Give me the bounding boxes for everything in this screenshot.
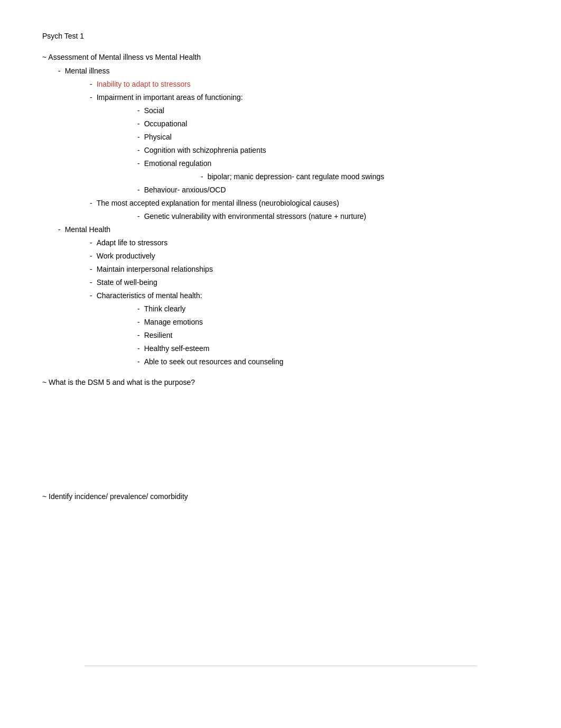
emotional-subitems: - bipolar; manic depression- cant regula… (201, 171, 519, 182)
interpersonal-item: - Maintain interpersonal relationships (90, 264, 519, 275)
inability-item: - Inability to adapt to stressors (90, 79, 519, 90)
section-header-assessment: ~ Assessment of Mental illness vs Mental… (42, 53, 519, 61)
think-item: - Think clearly (137, 303, 519, 315)
section-dsm: ~ What is the DSM 5 and what is the purp… (42, 378, 519, 386)
dash-icon: - (90, 277, 92, 288)
dash-icon: - (90, 264, 92, 275)
self-esteem-item: - Healthy self-esteem (137, 343, 519, 354)
inability-text: Inability to adapt to stressors (97, 79, 191, 90)
manage-emotions-item: - Manage emotions (137, 317, 519, 328)
page-title: Psych Test 1 (42, 32, 519, 40)
dash-icon: - (137, 118, 140, 130)
mental-health-items: - Adapt life to stressors - Work product… (90, 237, 519, 367)
page-wrapper: Psych Test 1 ~ Assessment of Mental illn… (42, 32, 519, 698)
adapt-item: - Adapt life to stressors (90, 237, 519, 248)
wellbeing-item: - State of well-being (90, 277, 519, 288)
dash-icon: - (137, 343, 140, 354)
dash-icon: - (137, 185, 140, 196)
mental-health-label: - Mental Health (58, 224, 519, 235)
section-header-incidence: ~ Identify incidence/ prevalence/ comorb… (42, 492, 519, 501)
dash-icon: - (201, 171, 203, 182)
dash-icon: - (137, 132, 140, 143)
dash-icon: - (58, 66, 61, 77)
work-item: - Work productively (90, 251, 519, 262)
explanation-subitems: - Genetic vulnerability with environment… (137, 211, 519, 222)
dash-icon: - (90, 290, 92, 301)
mental-health-group: - Mental Health - Adapt life to stressor… (58, 224, 519, 367)
dash-icon: - (137, 330, 140, 341)
dash-icon: - (58, 224, 61, 235)
page-divider (85, 666, 476, 666)
dash-icon: - (90, 237, 92, 248)
bipolar-item: - bipolar; manic depression- cant regula… (201, 171, 519, 182)
emotional-item: - Emotional regulation (137, 158, 519, 169)
cognition-item: - Cognition with schizophrenia patients (137, 145, 519, 156)
resilient-item: - Resilient (137, 330, 519, 341)
impairment-item: - Impairment in important areas of funct… (90, 92, 519, 196)
impairment-subitems: - Social - Occupational - Physical - Cog… (137, 105, 519, 196)
dash-icon: - (90, 251, 92, 262)
seek-resources-item: - Able to seek out resources and counsel… (137, 356, 519, 367)
behaviour-item: - Behaviour- anxious/OCD (137, 185, 519, 196)
genetic-item: - Genetic vulnerability with environment… (137, 211, 519, 222)
dash-icon: - (137, 105, 140, 116)
dash-icon: - (137, 145, 140, 156)
section-assessment: ~ Assessment of Mental illness vs Mental… (42, 53, 519, 367)
characteristics-subitems: - Think clearly - Manage emotions - Resi… (137, 303, 519, 367)
dash-icon: - (137, 303, 140, 315)
dash-icon: - (137, 317, 140, 328)
mental-illness-group: - Mental illness - Inability to adapt to… (58, 66, 519, 222)
physical-item: - Physical (137, 132, 519, 143)
section-incidence: ~ Identify incidence/ prevalence/ comorb… (42, 492, 519, 501)
occupational-item: - Occupational (137, 118, 519, 130)
dash-icon: - (137, 158, 140, 169)
dash-icon: - (90, 79, 92, 90)
dash-icon: - (137, 356, 140, 367)
dash-icon: - (90, 198, 92, 209)
social-item: - Social (137, 105, 519, 116)
mental-illness-label: - Mental illness (58, 66, 519, 77)
characteristics-item: - Characteristics of mental health: (90, 290, 519, 301)
dash-icon: - (90, 92, 92, 103)
dash-icon: - (137, 211, 140, 222)
section-header-dsm: ~ What is the DSM 5 and what is the purp… (42, 378, 519, 386)
explanation-item: - The most accepted explanation for ment… (90, 198, 519, 222)
